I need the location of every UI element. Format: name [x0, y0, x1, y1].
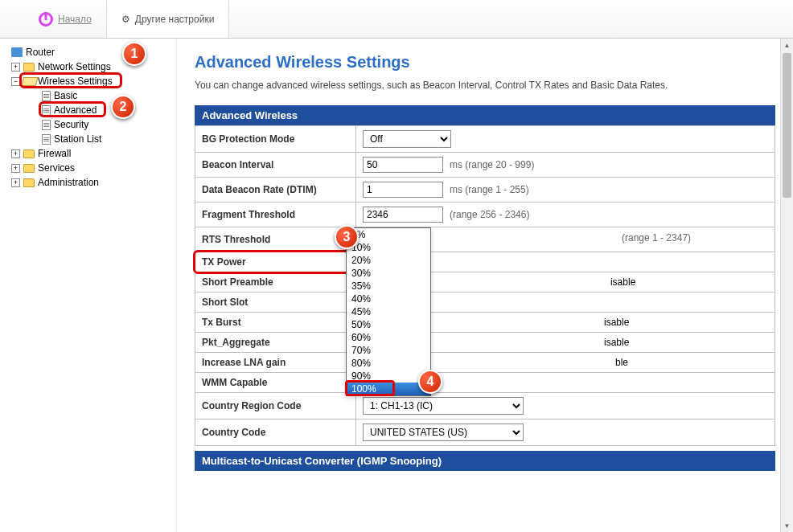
label-beacon: Beacon Interval: [195, 153, 356, 178]
settings-table: BG Protection Mode Off Beacon Interval m…: [195, 125, 775, 446]
vertical-scrollbar[interactable]: ▲ ▼: [780, 39, 793, 532]
label-rts: RTS Threshold: [195, 227, 356, 252]
dropdown-option[interactable]: 70%: [347, 344, 430, 357]
sidebar-item-wireless[interactable]: − Wireless Settings: [3, 74, 173, 88]
sidebar-label: Administration: [38, 177, 99, 188]
router-icon: [11, 47, 23, 57]
folder-icon: [23, 63, 35, 72]
power-icon: [39, 12, 53, 27]
dropdown-option[interactable]: 40%: [347, 293, 430, 305]
row-region: Country Region Code 1: CH1-13 (IC): [195, 393, 775, 419]
label-slot: Short Slot: [195, 293, 356, 313]
label-frag: Fragment Threshold: [195, 203, 356, 227]
sidebar-item-router[interactable]: Router: [3, 45, 173, 59]
sidebar-item-admin[interactable]: + Administration: [3, 175, 173, 190]
sidebar: Router + Network Settings − Wireless Set…: [0, 39, 177, 532]
label-preamble: Short Preamble: [195, 272, 356, 293]
label-txpower: TX Power: [195, 252, 356, 272]
label-dtim: Data Beacon Rate (DTIM): [195, 178, 356, 203]
tab-other-label: Другие настройки: [135, 14, 215, 25]
label-burst: Tx Burst: [195, 313, 356, 333]
dropdown-option[interactable]: 60%: [347, 331, 430, 344]
row-pkt: Pkt_Aggregate isable: [195, 333, 775, 353]
expand-icon[interactable]: +: [11, 178, 20, 187]
scroll-down-arrow[interactable]: ▼: [781, 519, 793, 532]
folder-icon: [23, 178, 35, 187]
label-pkt: Pkt_Aggregate: [195, 333, 356, 353]
row-burst: Tx Burst isable: [195, 313, 775, 333]
select-bg-mode[interactable]: Off: [363, 130, 451, 148]
dropdown-option[interactable]: 30%: [347, 267, 430, 280]
dropdown-option[interactable]: 80%: [347, 357, 430, 370]
label-country: Country Code: [195, 419, 356, 446]
expand-icon[interactable]: +: [11, 164, 20, 173]
hint-frag: (range 256 - 2346): [450, 209, 529, 220]
sidebar-item-advanced[interactable]: Advanced: [3, 103, 173, 117]
sidebar-item-security[interactable]: Security: [3, 117, 173, 132]
input-dtim[interactable]: [363, 182, 443, 198]
label-bg-mode: BG Protection Mode: [195, 126, 356, 153]
sidebar-label: Security: [54, 119, 88, 130]
row-wmm: WMM Capable: [195, 373, 775, 393]
folder-icon: [23, 149, 35, 158]
val-pkt: isable: [604, 337, 629, 348]
scroll-up-arrow[interactable]: ▲: [781, 39, 793, 51]
sidebar-label: Services: [38, 162, 75, 174]
hint-beacon: ms (range 20 - 999): [450, 159, 534, 170]
dropdown-option[interactable]: 20%: [347, 254, 430, 267]
row-preamble: Short Preamble Enable ○ Disable: [195, 272, 775, 293]
doc-icon: [42, 120, 51, 130]
row-beacon: Beacon Interval ms (range 20 - 999): [195, 153, 775, 178]
row-txpower: TX Power: [195, 252, 775, 272]
tab-home-label: Начало: [58, 14, 92, 25]
select-country[interactable]: UNITED STATES (US): [363, 424, 524, 441]
row-country: Country Code UNITED STATES (US): [195, 419, 775, 446]
row-lna: Increase LNA gain ble: [195, 353, 775, 373]
page-title: Advanced Wireless Settings: [195, 53, 775, 72]
val-lna: ble: [615, 357, 628, 368]
main-content: Advanced Wireless Settings You can chang…: [177, 39, 793, 532]
doc-icon: [42, 105, 51, 116]
folder-open-icon: [23, 77, 35, 86]
select-region[interactable]: 1: CH1-13 (IC): [363, 397, 524, 415]
dropdown-option[interactable]: 10%: [347, 241, 430, 254]
sidebar-item-firewall[interactable]: + Firewall: [3, 146, 173, 161]
header-bar: Начало ⚙ Другие настройки: [0, 0, 793, 39]
row-bg-mode: BG Protection Mode Off: [195, 126, 775, 153]
input-frag[interactable]: [363, 207, 443, 223]
sidebar-item-services[interactable]: + Services: [3, 161, 173, 175]
label-wmm: WMM Capable: [195, 373, 356, 393]
sidebar-item-basic[interactable]: Basic: [3, 88, 173, 103]
dropdown-option[interactable]: 45%: [347, 305, 430, 318]
tab-home[interactable]: Начало: [24, 0, 106, 38]
collapse-icon[interactable]: −: [11, 77, 20, 86]
dropdown-option-selected[interactable]: 100%: [347, 383, 430, 395]
row-dtim: Data Beacon Rate (DTIM) ms (range 1 - 25…: [195, 178, 775, 203]
sidebar-label: Firewall: [38, 148, 71, 159]
row-frag: Fragment Threshold (range 256 - 2346): [195, 203, 775, 227]
section-header-multicast: Multicast-to-Unicast Converter (IGMP Sno…: [195, 451, 775, 471]
folder-icon: [23, 164, 35, 173]
gear-icon: ⚙: [121, 14, 130, 25]
input-beacon[interactable]: [363, 157, 443, 173]
doc-icon: [42, 91, 51, 101]
row-slot: Short Slot: [195, 293, 775, 313]
sidebar-item-network[interactable]: + Network Settings: [3, 59, 173, 74]
doc-icon: [42, 134, 51, 145]
expand-icon[interactable]: +: [11, 149, 20, 158]
dropdown-option[interactable]: 5%: [347, 228, 430, 241]
section-header-advanced-wireless: Advanced Wireless: [195, 105, 775, 125]
dropdown-option[interactable]: 35%: [347, 280, 430, 293]
dropdown-option[interactable]: 90%: [347, 370, 430, 383]
sidebar-item-stationlist[interactable]: Station List: [3, 132, 173, 146]
tab-other-settings[interactable]: ⚙ Другие настройки: [106, 0, 230, 38]
expand-icon[interactable]: +: [11, 63, 20, 72]
txpower-dropdown[interactable]: 5% 10% 20% 30% 35% 40% 45% 50% 60% 70% 8…: [346, 227, 431, 396]
label-lna: Increase LNA gain: [195, 353, 356, 373]
sidebar-label: Advanced: [54, 104, 97, 116]
row-rts: RTS Threshold (range 1 - 2347): [195, 227, 775, 252]
label-region: Country Region Code: [195, 393, 356, 419]
sidebar-label: Router: [26, 47, 55, 58]
scrollbar-thumb[interactable]: [783, 53, 791, 198]
dropdown-option[interactable]: 50%: [347, 318, 430, 331]
